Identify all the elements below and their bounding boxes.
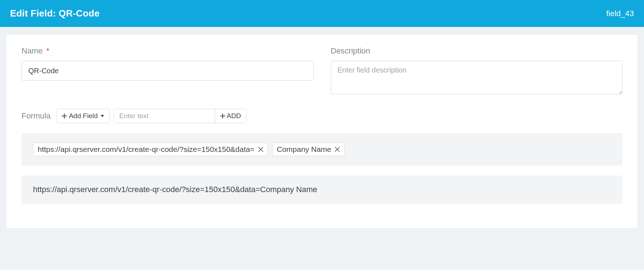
description-textarea[interactable] — [331, 61, 623, 94]
page-title: Edit Field: QR-Code — [10, 8, 99, 19]
required-asterisk: * — [46, 46, 50, 55]
add-text-button[interactable]: ADD — [215, 109, 246, 123]
name-column: Name * — [22, 46, 314, 96]
plus-icon — [62, 113, 67, 118]
formula-preview-text: https://api.qrserver.com/v1/create-qr-co… — [33, 185, 317, 194]
page-title-field-name: QR-Code — [59, 8, 99, 19]
add-text-label: ADD — [227, 112, 241, 120]
top-row: Name * Description — [22, 46, 622, 96]
formula-text-input-group: ADD — [114, 109, 246, 123]
formula-token-field[interactable]: Company Name — [272, 143, 345, 156]
close-icon[interactable] — [335, 147, 340, 152]
token-label: Company Name — [277, 145, 332, 154]
formula-label: Formula — [22, 111, 51, 121]
add-field-dropdown[interactable]: Add Field — [56, 109, 110, 123]
formula-token-zone: https://api.qrserver.com/v1/create-qr-co… — [22, 133, 622, 166]
field-id: field_43 — [606, 9, 634, 18]
name-input[interactable] — [22, 61, 314, 81]
description-label: Description — [331, 46, 623, 56]
formula-text-input[interactable] — [114, 109, 215, 123]
add-field-label: Add Field — [69, 112, 98, 120]
close-icon[interactable] — [258, 147, 263, 152]
token-row: https://api.qrserver.com/v1/create-qr-co… — [33, 143, 611, 156]
formula-toolbar: Formula Add Field ADD — [22, 109, 622, 123]
plus-icon — [220, 113, 225, 118]
page-title-prefix: Edit Field: — [10, 8, 59, 19]
token-label: https://api.qrserver.com/v1/create-qr-co… — [38, 145, 255, 154]
page-header: Edit Field: QR-Code field_43 — [0, 0, 644, 27]
formula-token-text[interactable]: https://api.qrserver.com/v1/create-qr-co… — [33, 143, 268, 156]
description-column: Description — [331, 46, 623, 96]
edit-field-card: Name * Description Formula Add Field — [6, 35, 638, 228]
caret-down-icon — [101, 115, 104, 117]
name-label: Name * — [22, 46, 314, 56]
formula-preview-zone: https://api.qrserver.com/v1/create-qr-co… — [22, 176, 622, 204]
